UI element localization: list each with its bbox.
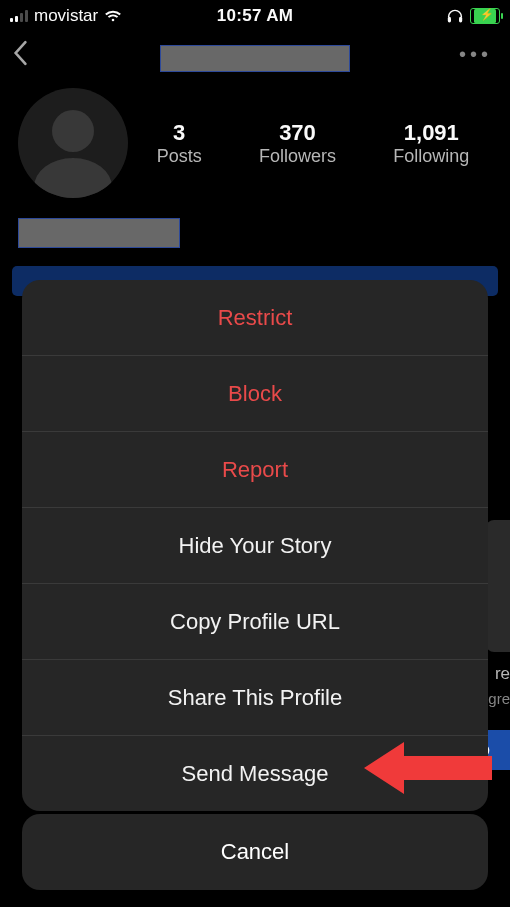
sheet-cancel-button[interactable]: Cancel xyxy=(22,814,488,890)
sheet-item-label: Hide Your Story xyxy=(179,533,332,559)
sheet-item-copy-url[interactable]: Copy Profile URL xyxy=(22,583,488,659)
sheet-item-label: Restrict xyxy=(218,305,293,331)
sheet-item-label: Send Message xyxy=(182,761,329,787)
sheet-item-label: Block xyxy=(228,381,282,407)
svg-marker-2 xyxy=(364,742,492,794)
sheet-item-label: Copy Profile URL xyxy=(170,609,340,635)
action-sheet: Restrict Block Report Hide Your Story Co… xyxy=(22,280,488,811)
sheet-item-block[interactable]: Block xyxy=(22,355,488,431)
sheet-item-restrict[interactable]: Restrict xyxy=(22,280,488,355)
sheet-item-hide-story[interactable]: Hide Your Story xyxy=(22,507,488,583)
sheet-item-report[interactable]: Report xyxy=(22,431,488,507)
sheet-cancel-label: Cancel xyxy=(221,839,289,865)
sheet-item-share[interactable]: Share This Profile xyxy=(22,659,488,735)
sheet-item-label: Report xyxy=(222,457,288,483)
sheet-item-label: Share This Profile xyxy=(168,685,342,711)
annotation-arrow-icon xyxy=(364,738,494,798)
